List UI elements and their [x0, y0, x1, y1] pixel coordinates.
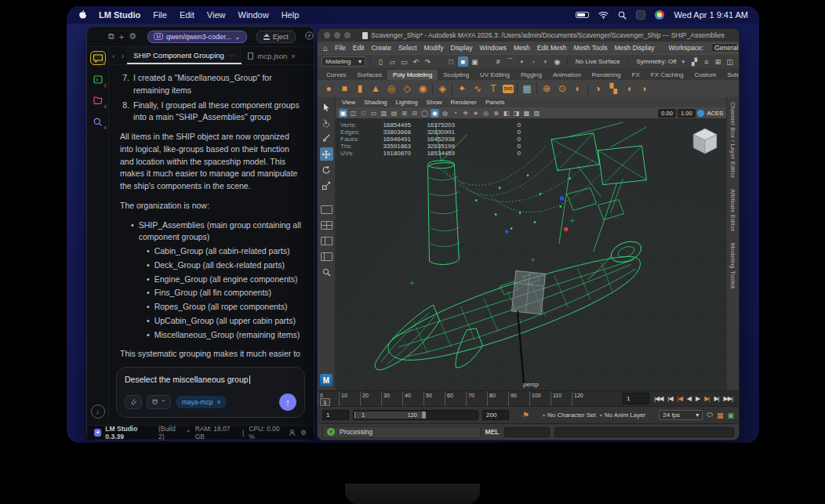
maya-menu-item[interactable]: Mesh	[514, 44, 530, 52]
layout-single-pane-button[interactable]	[320, 203, 333, 216]
send-button[interactable]: ↑	[279, 393, 296, 411]
screen-space-ao-icon[interactable]: ⊕	[492, 109, 500, 118]
maya-menu-item[interactable]: Select	[398, 44, 417, 52]
sidebar-item-discover[interactable]: 4	[90, 114, 106, 129]
new-scene-icon[interactable]: ▯	[376, 56, 386, 67]
range-end-handle[interactable]	[422, 412, 426, 419]
select-camera-icon[interactable]: ▣	[339, 109, 347, 118]
tab-mcp-json[interactable]: mcp.json ×	[242, 47, 302, 64]
new-chat-button[interactable]: +	[119, 32, 124, 42]
time-slider[interactable]: 0102030405060708090100110120 1 1 |◀◀|◀|◀…	[318, 390, 739, 406]
paint-select-tool[interactable]	[320, 132, 333, 145]
save-scene-icon[interactable]: ▭	[399, 56, 409, 67]
snap-grid-icon[interactable]: #	[493, 56, 503, 67]
symmetry-selector[interactable]: Symmetry: Off	[634, 58, 680, 65]
menu-app-name[interactable]: LM Studio	[99, 10, 140, 20]
menu-item[interactable]: File	[153, 10, 167, 20]
remesh-icon[interactable]: ◐	[572, 83, 584, 94]
sidebar-item-chat[interactable]: 1	[90, 51, 106, 65]
eject-model-button[interactable]: Eject	[256, 31, 296, 43]
select-component-icon[interactable]: ▣	[470, 56, 480, 67]
redo-icon[interactable]: ↷	[423, 56, 433, 67]
settings-gear-icon[interactable]: ⚙	[300, 429, 307, 437]
svg-tool-icon[interactable]: SVG	[503, 85, 514, 93]
zoom-tool[interactable]	[320, 266, 333, 279]
layout-two-pane-button[interactable]	[320, 234, 333, 248]
auto-keyframe-icon[interactable]: ⚑	[522, 411, 529, 419]
align-icon[interactable]: ⊕	[540, 83, 553, 94]
home-icon[interactable]: ⌂	[323, 44, 328, 53]
snap-point-icon[interactable]: •	[517, 56, 527, 67]
gamma-field[interactable]: 1.00	[678, 109, 696, 118]
maya-menu-item[interactable]: Create	[371, 44, 391, 52]
resolution-gate-icon[interactable]: ◯	[420, 109, 429, 118]
settings-gear-icon[interactable]: ⚙	[129, 31, 136, 42]
layout-four-pane-button[interactable]	[320, 219, 333, 232]
character-set-selector[interactable]: ▾ No Character Set	[543, 412, 596, 419]
maya-menu-item[interactable]: Modify	[424, 44, 444, 52]
retopologize-icon[interactable]: ◑	[591, 83, 604, 94]
step-forward-frame-button[interactable]: ▶|	[712, 395, 720, 402]
shelf-tab[interactable]: Custom	[689, 70, 722, 80]
lighting-icon[interactable]: ∗	[471, 109, 480, 118]
safe-action-icon[interactable]: ◔	[451, 109, 460, 118]
panels-icon[interactable]: ⧉	[108, 31, 114, 42]
shadows-icon[interactable]: ◎	[482, 109, 490, 118]
exposure-field[interactable]: 0.00	[658, 109, 676, 118]
panel-menu-item[interactable]: Show	[427, 99, 442, 106]
snap-projected-icon[interactable]: ◦	[529, 56, 539, 67]
mel-command-input[interactable]	[554, 427, 734, 437]
go-to-start-button[interactable]: |◀◀	[652, 395, 664, 402]
make-live-icon[interactable]: ◉	[552, 56, 562, 67]
poly-cone-icon[interactable]: ▲	[369, 83, 382, 94]
poly-sphere-icon[interactable]: ●	[322, 83, 335, 94]
nav-back-icon[interactable]: ‹	[109, 51, 118, 60]
attach-file-button[interactable]	[125, 395, 142, 409]
shelf-tab[interactable]: Sculpting	[438, 70, 474, 80]
viewport-canvas[interactable]	[336, 119, 726, 390]
chat-transcript[interactable]: 7. I created a "Miscellaneous_Group" for…	[109, 65, 314, 361]
lock-camera-icon[interactable]: ◫	[349, 109, 358, 118]
sidebar-item-my-models[interactable]: 3	[90, 93, 106, 107]
rotate-tool[interactable]	[320, 163, 333, 176]
move-tool[interactable]	[320, 147, 333, 161]
film-gate-icon[interactable]: ⊟	[410, 109, 419, 118]
mirror-icon[interactable]: ◖	[623, 83, 635, 94]
app-version[interactable]: LM Studio 0.3.39	[105, 425, 154, 441]
current-frame-field[interactable]: 1	[623, 393, 649, 404]
tab-chat[interactable]: SHIP Component Grouping ⋯	[127, 47, 242, 64]
anim-snap-icon[interactable]: ▣	[727, 412, 734, 419]
anim-layer-selector[interactable]: ▾ No Anim Layer	[600, 412, 645, 419]
safe-title-icon[interactable]: ✛	[461, 109, 470, 118]
maya-menu-item[interactable]: Edit Mesh	[537, 44, 567, 52]
right-panel-tab[interactable]: Modeling Toolkit	[729, 243, 736, 288]
shelf-tab[interactable]: FX Caching	[645, 70, 689, 80]
poly-torus-icon[interactable]: ◎	[385, 83, 398, 94]
workspace-selector[interactable]: General* ▾	[711, 43, 740, 53]
panel-menu-item[interactable]: Shading	[364, 99, 387, 106]
shelf-tab[interactable]: Rendering	[587, 70, 627, 80]
snap-view-plane-icon[interactable]: +	[540, 56, 551, 67]
pivot-icon[interactable]: ⊙	[556, 83, 569, 94]
menu-item[interactable]: Window	[238, 10, 269, 20]
lasso-tool[interactable]	[320, 116, 333, 129]
battery-icon[interactable]	[576, 12, 589, 18]
scale-tool[interactable]	[320, 179, 333, 192]
model-selector[interactable]: M qwen/qwen3-coder... ⌄	[147, 31, 246, 43]
viewport[interactable]: Verts: 16854495 16375203 0 Edges: 338036…	[336, 119, 726, 390]
isolate-select-icon[interactable]: ▩	[522, 109, 531, 118]
gate-mask-icon[interactable]: ◉	[431, 109, 439, 118]
panel-menu-item[interactable]: Renderer	[451, 99, 477, 106]
camera-attributes-icon[interactable]: □	[359, 109, 368, 118]
close-tab-icon[interactable]: ×	[291, 52, 296, 60]
poly-cylinder-icon[interactable]: ▮	[354, 83, 366, 94]
step-back-key-button[interactable]: |◀	[676, 395, 684, 402]
maya-menu-item[interactable]: Display	[451, 44, 473, 52]
shelf-tab[interactable]: UV Editing	[474, 70, 515, 80]
menu-item[interactable]: View	[207, 10, 226, 20]
menu-extra-app-icon[interactable]	[636, 10, 645, 20]
view-transform-label[interactable]: ACES	[706, 110, 723, 117]
shelf-tab[interactable]: Poly Modeling	[387, 70, 438, 80]
snap-curve-icon[interactable]: ⌒	[505, 56, 515, 67]
field-chart-icon[interactable]: ◍	[441, 109, 449, 118]
